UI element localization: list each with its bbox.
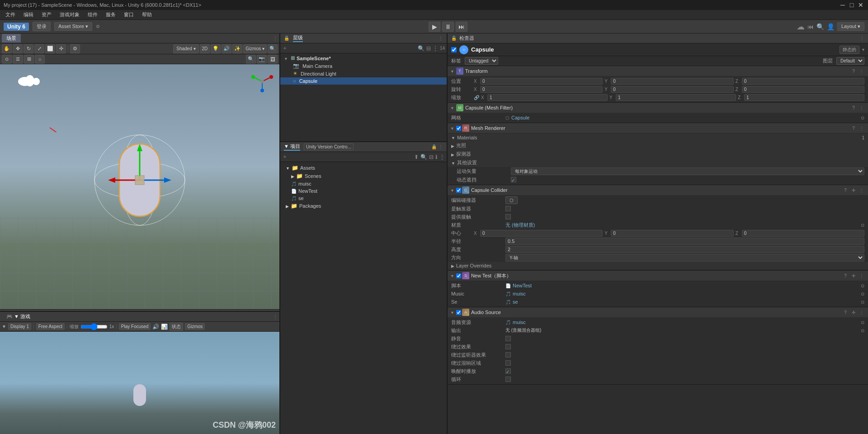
scl-x-input[interactable] [487, 94, 608, 101]
hierarchy-filter-icon[interactable]: ⊟ [426, 45, 431, 52]
play-on-awake-check[interactable] [505, 368, 511, 374]
project-filter-icon[interactable]: ⊟ [429, 154, 434, 160]
gizmos-toggle[interactable]: Gizmos ▾ [243, 44, 267, 53]
renderer-foldout[interactable] [450, 126, 454, 131]
scl-y-input[interactable] [616, 94, 736, 101]
menu-component[interactable]: 组件 [84, 10, 101, 19]
provides-contacts-check[interactable] [505, 214, 511, 219]
audiosource-foldout[interactable] [450, 310, 454, 315]
menu-assets[interactable]: 资产 [38, 10, 55, 19]
project-item[interactable]: 📁 Assets [282, 164, 445, 172]
newtest-header[interactable]: S New Test（脚本） ? ✛ ⋮ [448, 271, 868, 281]
layer-overrides-sub-header[interactable]: Layer Overrides [448, 262, 868, 269]
collider-options-btn[interactable]: ⋮ [858, 186, 865, 194]
collider-plus-btn[interactable]: ✛ [850, 186, 857, 194]
meshfilter-header[interactable]: M Capsule (Mesh Filter) ? ⋮ [448, 103, 868, 113]
materials-sub-header[interactable]: Materials 1 [448, 134, 868, 141]
static-arrow[interactable]: ▾ [862, 47, 864, 52]
project-options-icon[interactable]: ⋮ [439, 144, 443, 149]
lighting-toggle[interactable]: 💡 [211, 44, 221, 53]
rot-z-input[interactable] [742, 86, 864, 93]
object-name[interactable]: Capsule [471, 46, 837, 53]
scale-link-icon[interactable]: 🔗 [474, 95, 479, 100]
music-select-btn[interactable]: ⊙ [861, 291, 864, 296]
play-button[interactable]: ▶ [429, 22, 440, 32]
add-hierarchy-btn[interactable]: ＋ [282, 44, 288, 52]
lighting-foldout[interactable] [451, 143, 454, 148]
menu-window[interactable]: 窗口 [120, 10, 137, 19]
hierarchy-tab[interactable]: 层级 [293, 34, 303, 42]
inspector-lock-icon[interactable]: 🔓 [451, 36, 457, 41]
hierarchy-item[interactable]: ○ Capsule [280, 77, 447, 85]
rot-x-input[interactable] [480, 86, 603, 93]
add-project-btn[interactable]: ＋ [282, 153, 288, 161]
audiosource-info-btn[interactable]: ? [842, 309, 849, 316]
meshfilter-foldout[interactable] [450, 105, 454, 110]
motion-vector-select[interactable]: 每对象运动 [511, 167, 864, 175]
probes-foldout[interactable] [451, 152, 454, 157]
project-more-icon[interactable]: ⋮ [439, 154, 445, 160]
pos-x-input[interactable] [480, 78, 603, 85]
bypass-reverb-check[interactable] [505, 360, 511, 366]
radius-input[interactable] [505, 238, 864, 245]
game-options[interactable]: ⋮ [273, 314, 278, 320]
scale-slider[interactable] [80, 324, 108, 329]
scl-z-input[interactable] [744, 94, 864, 101]
output-select-btn[interactable]: ⊙ [861, 328, 864, 333]
menu-edit[interactable]: 编辑 [20, 10, 37, 19]
mesh-select-btn[interactable]: ⊙ [861, 115, 864, 120]
renderer-enable-check[interactable] [456, 126, 461, 131]
gizmos-btn[interactable]: Gizmos [185, 323, 205, 330]
asset-store-btn[interactable]: Asset Store ▾ [54, 22, 92, 31]
tag-select[interactable]: Untagged [465, 57, 498, 65]
hierarchy-item[interactable]: 📷 Main Camera [280, 62, 447, 70]
rect-tool[interactable]: ⬜ [45, 44, 55, 53]
cloud-save-icon[interactable]: ☁ [797, 22, 805, 32]
newtest-enable-check[interactable] [456, 273, 461, 278]
layer-btn[interactable]: 🔍 [246, 55, 256, 64]
loop-check[interactable] [505, 377, 511, 382]
close-btn[interactable]: ✕ [857, 1, 864, 9]
scene-tab[interactable]: 场景 [2, 34, 21, 43]
search-scene[interactable]: 🔍 [268, 44, 278, 53]
assets-foldout[interactable] [286, 165, 290, 171]
collider-header[interactable]: C Capsule Collider ? ✛ ⋮ [448, 185, 868, 195]
se-select-btn[interactable]: ⊙ [861, 300, 864, 305]
meshfilter-options-btn[interactable]: ⋮ [858, 104, 865, 111]
transform-tool[interactable]: ✣ [56, 44, 66, 53]
global-toggle[interactable]: ☰ [13, 55, 23, 64]
transform-foldout[interactable] [450, 69, 454, 74]
cz-input[interactable] [742, 230, 864, 237]
rotate-tool[interactable]: ↻ [24, 44, 33, 53]
materials-foldout[interactable] [451, 135, 455, 140]
hierarchy-item[interactable]: ☀ Directional Light [280, 70, 447, 77]
circle-tool[interactable]: ○ [35, 55, 45, 64]
layer-select[interactable]: Default [836, 57, 864, 65]
renderer-header[interactable]: R Mesh Renderer ? ⋮ [448, 123, 868, 133]
renderer-options-btn[interactable]: ⋮ [858, 124, 865, 132]
rot-y-input[interactable] [611, 86, 733, 93]
step-button[interactable]: ⏭ [456, 22, 467, 32]
packages-foldout[interactable] [286, 203, 289, 209]
bypass-listener-check[interactable] [505, 352, 511, 358]
scene-options-icon[interactable]: ⋮ [273, 36, 278, 41]
audiosource-header[interactable]: A Audio Source ? ✛ ⋮ [448, 307, 868, 317]
project-item[interactable]: 🎵 se [282, 195, 445, 202]
transform-info-btn[interactable]: ? [850, 67, 857, 75]
project-item[interactable]: 📄 NewTest [282, 187, 445, 195]
project-item[interactable]: 📁 Scenes [282, 172, 445, 180]
project-item[interactable]: 🎵 muisc [282, 180, 445, 187]
aspect-select[interactable]: Free Aspect [36, 323, 65, 330]
search-icon[interactable]: 🔍 [816, 23, 824, 30]
newtest-foldout[interactable] [450, 273, 454, 278]
component-header[interactable]: T Transform ? ⋮ [448, 66, 868, 76]
pivot-toggle[interactable]: ⊙ [2, 55, 12, 64]
mute-check[interactable] [505, 336, 511, 341]
renderer-info-btn[interactable]: ? [850, 124, 857, 132]
screenshot-btn[interactable]: 🖼 [268, 55, 278, 64]
hierarchy-options-icon[interactable]: ⋮ [439, 36, 443, 41]
stats-icon[interactable]: 📊 [161, 324, 168, 330]
cy-input[interactable] [611, 230, 733, 237]
cx-input[interactable] [480, 230, 603, 237]
transform-options-btn[interactable]: ⋮ [858, 67, 865, 75]
